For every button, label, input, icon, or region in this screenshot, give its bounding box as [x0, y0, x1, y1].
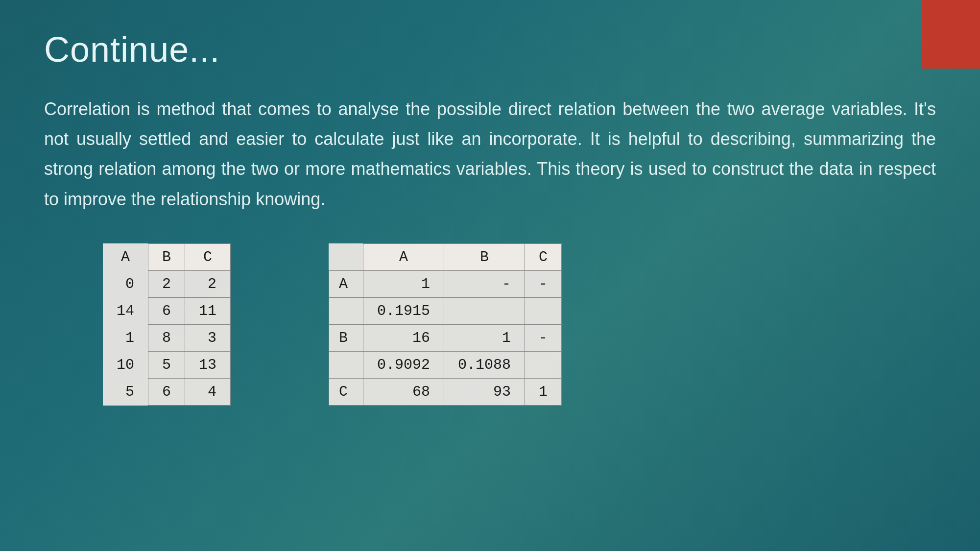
- table-row-label: A: [329, 270, 363, 297]
- table2-header-c: C: [525, 243, 562, 270]
- table-row: 2: [148, 270, 185, 297]
- table2-header-b: B: [444, 243, 525, 270]
- table-row: 10: [103, 351, 148, 378]
- page-title: Continue...: [44, 29, 936, 70]
- table-row: 0: [103, 270, 148, 297]
- table-row: -: [444, 270, 525, 297]
- table-row: 0.1915: [363, 297, 444, 324]
- table-row: -: [525, 324, 562, 351]
- table-row: 1: [363, 270, 444, 297]
- table-row: 2: [185, 270, 231, 297]
- table-row: 3: [185, 324, 231, 351]
- red-corner-decoration: [921, 0, 980, 69]
- table-row: 16: [363, 324, 444, 351]
- table-row: -: [525, 270, 562, 297]
- data-table-1: A B C 0221461118310513564: [103, 243, 231, 406]
- table-row: 0.1088: [444, 351, 525, 378]
- table-row: [525, 351, 562, 378]
- body-paragraph: Correlation is method that comes to anal…: [44, 94, 936, 214]
- table-row-label: C: [329, 378, 363, 405]
- table-row: 0.9092: [363, 351, 444, 378]
- table-row: 93: [444, 378, 525, 405]
- table1-header-b: B: [148, 243, 185, 270]
- table-row: 6: [148, 378, 185, 405]
- table-row-label: B: [329, 324, 363, 351]
- table-row: [444, 297, 525, 324]
- table-row: 8: [148, 324, 185, 351]
- table-row: 6: [148, 297, 185, 324]
- table-row: 14: [103, 297, 148, 324]
- tables-container: A B C 0221461118310513564 A B C A1--0.19…: [44, 243, 936, 406]
- table-row: 11: [185, 297, 231, 324]
- main-content: Continue... Correlation is method that c…: [0, 0, 980, 435]
- table-row: 5: [148, 351, 185, 378]
- table1-header-c: C: [185, 243, 231, 270]
- table-row: [525, 297, 562, 324]
- table-row-label: [329, 351, 363, 378]
- table-row: 4: [185, 378, 231, 405]
- data-table-2: A B C A1--0.1915B161-0.90920.1088C68931: [329, 243, 562, 406]
- table1-header-a: A: [103, 243, 148, 270]
- table2-header-empty: [329, 243, 363, 270]
- table-row: 1: [444, 324, 525, 351]
- table-row: 68: [363, 378, 444, 405]
- table-row-label: [329, 297, 363, 324]
- table-row: 1: [103, 324, 148, 351]
- table-row: 5: [103, 378, 148, 405]
- table-row: 13: [185, 351, 231, 378]
- table-row: 1: [525, 378, 562, 405]
- table2-header-a: A: [363, 243, 444, 270]
